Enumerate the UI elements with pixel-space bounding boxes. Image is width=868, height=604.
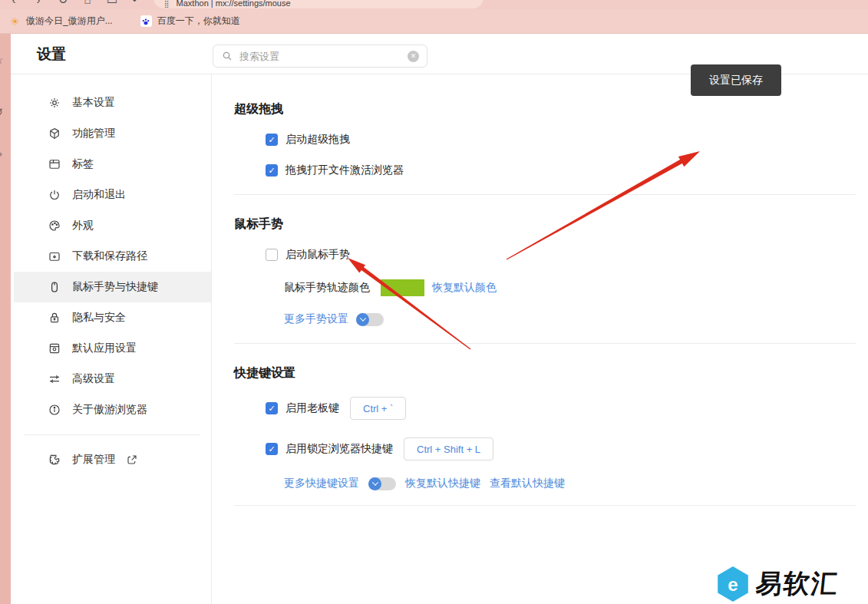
sidebar-item-about[interactable]: 关于傲游浏览器: [14, 394, 211, 425]
panel-tool-icon[interactable]: ◈: [0, 147, 2, 160]
sidebar-item-label: 下载和保存路径: [72, 249, 147, 263]
favorites-star-icon[interactable]: ☆: [0, 54, 4, 66]
checkbox-lock-shortcut[interactable]: [266, 443, 278, 455]
setting-row-enable-mouse-gesture: 启动鼠标手势: [266, 248, 350, 262]
more-shortcut-link[interactable]: 更多快捷键设置: [284, 477, 359, 490]
screenshot-icon[interactable]: ▭: [106, 0, 118, 7]
back-icon[interactable]: ‹: [8, 0, 20, 7]
puzzle-icon: [48, 453, 61, 467]
sidebar-item-features[interactable]: 功能管理: [14, 118, 211, 149]
sidebar-item-label: 高级设置: [72, 372, 115, 386]
checkbox-drag-open-file[interactable]: [266, 164, 278, 177]
sidebar-item-label: 外观: [72, 219, 94, 233]
section-divider: [234, 194, 856, 195]
section-divider: [234, 505, 856, 506]
mouse-icon: [48, 280, 61, 294]
sidebar-item-mouse-gesture[interactable]: 鼠标手势与快捷键: [14, 272, 211, 302]
watermark-logo: e 易软汇: [716, 566, 839, 602]
checkbox-label: 启用锁定浏览器快捷键: [285, 442, 393, 456]
address-bar[interactable]: ⣿ Maxthon | mx://settings/mouse: [153, 0, 484, 8]
sidebar-item-basic[interactable]: 基本设置: [14, 87, 211, 118]
settings-page: 设置 ✕ 基本设置 功能管理 标签: [11, 34, 868, 604]
more-gesture-link[interactable]: 更多手势设置: [284, 312, 348, 326]
gesture-color-swatch[interactable]: [381, 279, 424, 296]
section-title-mouse-gesture: 鼠标手势: [234, 216, 283, 233]
toast-settings-saved: 设置已保存: [691, 64, 781, 96]
sidebar-item-tabs[interactable]: 标签: [14, 149, 211, 180]
sidebar-item-label: 隐私与安全: [72, 311, 126, 325]
checkbox-label: 启用老板键: [285, 401, 339, 415]
chevron-down-icon: [356, 313, 369, 326]
section-title-shortcut: 快捷键设置: [234, 365, 295, 381]
checkbox-label: 拖拽打开文件激活浏览器: [285, 163, 404, 177]
sidebar-item-startup[interactable]: 启动和退出: [14, 180, 211, 210]
setting-row-lock-shortcut: 启用锁定浏览器快捷键 Ctrl + Shift + L: [266, 437, 493, 460]
section-title-super-drag: 超级拖拽: [234, 101, 283, 117]
sidebar-item-label: 鼠标手势与快捷键: [72, 280, 158, 294]
watermark-brand-text: 易软汇: [754, 566, 841, 602]
tab-icon: [48, 157, 61, 171]
browser-topbar: ‹ › ↻ ⌂ ▭ ↶ ⚑ ⣿ Maxthon | mx://settings/…: [0, 0, 868, 9]
sidebar-item-label: 功能管理: [72, 127, 115, 140]
external-link-icon: [126, 454, 138, 466]
expand-shortcut-toggle[interactable]: [368, 477, 396, 490]
lock-shortcut-button[interactable]: Ctrl + Shift + L: [404, 437, 493, 460]
chevron-down-icon: [368, 477, 381, 490]
setting-row-boss-key: 启用老板键 Ctrl + `: [266, 397, 406, 420]
sidebar-item-label: 默认应用设置: [72, 342, 137, 355]
history-icon[interactable]: ↺: [0, 106, 3, 118]
sidebar-section-divider: [25, 434, 200, 435]
sidebar-item-label: 启动和退出: [72, 188, 126, 202]
sidebar-item-downloads[interactable]: 下载和保存路径: [14, 241, 211, 272]
sidebar-item-appearance[interactable]: 外观: [14, 210, 211, 241]
settings-sidebar: 基本设置 功能管理 标签 启动和退出 外观: [14, 87, 211, 475]
clear-search-icon[interactable]: ✕: [408, 51, 419, 62]
search-icon: [221, 50, 233, 62]
home-icon[interactable]: ⌂: [81, 0, 94, 7]
setting-row-trail-color: 鼠标手势轨迹颜色 恢复默认颜色: [284, 279, 497, 296]
checkbox-enable-mouse-gesture[interactable]: [266, 249, 278, 261]
reset-color-link[interactable]: 恢复默认颜色: [432, 281, 497, 295]
checkbox-label: 启动鼠标手势: [285, 248, 350, 262]
address-url: Maxthon | mx://settings/mouse: [177, 0, 291, 8]
browser-nav-icons: ‹ › ↻ ⌂ ▭ ↶ ⚑: [8, 0, 167, 7]
yiruanhui-hex-icon: e: [716, 566, 750, 602]
expand-gesture-toggle[interactable]: [356, 313, 384, 326]
sidebar-item-label: 关于傲游浏览器: [72, 403, 147, 417]
settings-search-box[interactable]: ✕: [213, 45, 427, 68]
section-divider: [234, 343, 856, 344]
palette-icon: [48, 219, 61, 233]
search-input[interactable]: [239, 51, 401, 62]
sidebar-item-default-apps[interactable]: 默认应用设置: [14, 333, 211, 364]
sliders-icon: [48, 372, 61, 386]
view-shortcut-link[interactable]: 查看默认快捷键: [490, 477, 565, 490]
sidebar-item-privacy[interactable]: 隐私与安全: [14, 302, 211, 333]
checkbox-boss-key[interactable]: [266, 402, 278, 414]
setting-row-drag-open-file: 拖拽打开文件激活浏览器: [266, 163, 404, 177]
bookmark-maxthon-today[interactable]: ☀ 傲游今日_傲游用户...: [9, 15, 113, 28]
setting-row-more-shortcut: 更多快捷键设置 恢复默认快捷键 查看默认快捷键: [284, 477, 565, 490]
sidebar-item-advanced[interactable]: 高级设置: [14, 364, 211, 394]
bookmark-label: 百度一下，你就知道: [157, 15, 240, 28]
checkbox-label: 启动超级拖拽: [285, 133, 350, 147]
undo-icon[interactable]: ↶: [130, 0, 143, 7]
apps-grid-icon: ⣿: [164, 0, 170, 8]
default-app-icon: [48, 342, 61, 355]
download-folder-icon: [48, 249, 61, 263]
gear-icon: [48, 96, 61, 110]
baidu-paw-icon: [140, 15, 152, 27]
sun-icon: ☀: [9, 15, 21, 27]
trail-color-label: 鼠标手势轨迹颜色: [284, 281, 370, 295]
reset-shortcut-link[interactable]: 恢复默认快捷键: [405, 477, 480, 490]
info-icon: [48, 403, 61, 417]
refresh-icon[interactable]: ↻: [57, 0, 69, 7]
side-panel-strip: ☆ ↺ ◈: [0, 34, 11, 604]
boss-key-shortcut-button[interactable]: Ctrl + `: [350, 397, 406, 420]
forward-icon[interactable]: ›: [32, 0, 45, 7]
bookmarks-bar: ☀ 傲游今日_傲游用户... 百度一下，你就知道: [0, 9, 868, 34]
bookmark-baidu[interactable]: 百度一下，你就知道: [140, 15, 240, 28]
sidebar-item-extensions[interactable]: 扩展管理: [14, 444, 211, 475]
sidebar-item-label: 标签: [72, 157, 94, 171]
checkbox-enable-super-drag[interactable]: [266, 134, 278, 146]
bookmark-label: 傲游今日_傲游用户...: [26, 15, 113, 28]
